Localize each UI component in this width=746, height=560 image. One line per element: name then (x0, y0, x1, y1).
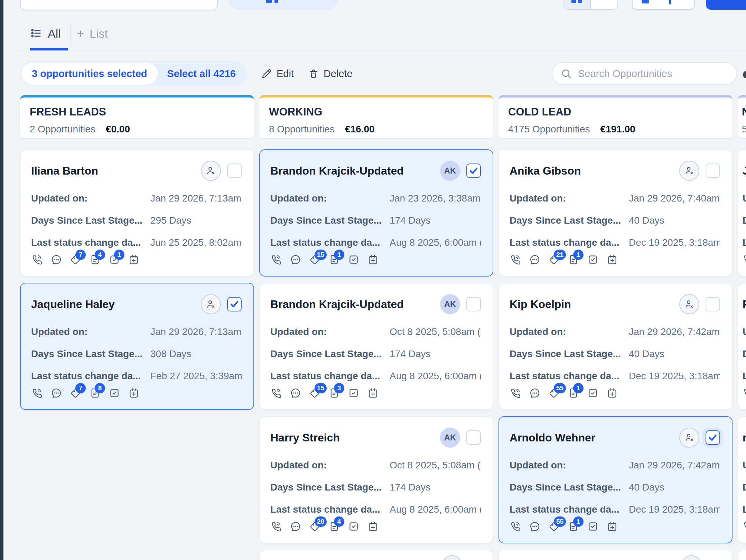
assignee-avatar[interactable]: AK (440, 294, 460, 314)
opportunity-card[interactable]: Kip Koelpin Updated on: Jan 29 2026, 7:4… (498, 283, 733, 410)
field-value: Oct 8 2025, 5:08am (A... (390, 326, 481, 337)
schedule-action[interactable] (367, 521, 379, 532)
tags-action[interactable]: 7 (70, 254, 82, 265)
tags-count-badge: 7 (75, 383, 86, 393)
call-action[interactable] (743, 254, 746, 265)
select-all-link[interactable]: Select all 4216 (158, 68, 245, 80)
assignee-avatar[interactable]: AK (440, 428, 460, 448)
call-action[interactable] (743, 387, 746, 399)
unassigned-avatar-button[interactable] (679, 428, 699, 448)
comment-action[interactable] (529, 387, 541, 399)
opportunity-card[interactable]: Arnoldo Wehner Updated on: Jan 29 2026, … (498, 416, 733, 543)
notes-action[interactable]: 1 (328, 254, 340, 265)
tasks-action[interactable] (587, 254, 599, 265)
schedule-action[interactable] (128, 387, 140, 399)
tasks-action[interactable] (109, 387, 120, 399)
tasks-action[interactable]: 1 (109, 254, 120, 265)
top-search-input-partial[interactable] (20, 0, 218, 10)
opportunity-card[interactable]: Harry Streich AK Updated on: Oct 8 2025,… (259, 416, 493, 543)
unassigned-avatar-button[interactable] (201, 294, 221, 314)
schedule-action[interactable] (606, 521, 618, 532)
tasks-action[interactable] (348, 254, 360, 265)
top-filter-pill-partial[interactable] (228, 0, 338, 10)
tags-action[interactable]: 15 (309, 387, 321, 399)
opportunity-card[interactable]: Jaqueline Haley Updated on: Jan 29 2026,… (20, 283, 254, 410)
view-tabs: All + List (14, 21, 746, 51)
notes-action[interactable]: 8 (89, 387, 101, 399)
notes-action[interactable]: 4 (328, 521, 340, 532)
tasks-action[interactable] (587, 387, 599, 399)
tags-action[interactable]: 20 (309, 521, 321, 532)
opportunity-card[interactable]: Brandon Krajcik-Updated AK Updated on: O… (259, 283, 493, 410)
unassigned-avatar-button[interactable] (679, 161, 699, 181)
primary-action-button-partial[interactable] (706, 0, 746, 10)
schedule-action[interactable] (606, 387, 618, 399)
opportunity-card-peek[interactable] (738, 550, 746, 560)
tab-add-list[interactable]: + List (77, 27, 108, 40)
delete-button[interactable]: Delete (308, 68, 353, 80)
call-action[interactable] (270, 521, 282, 532)
tasks-action[interactable] (348, 521, 360, 532)
card-checkbox[interactable] (227, 164, 242, 178)
schedule-action[interactable] (128, 254, 140, 265)
comment-action[interactable] (50, 254, 62, 265)
edit-button[interactable]: Edit (261, 68, 294, 80)
card-checkbox[interactable] (706, 297, 720, 311)
comment-action[interactable] (529, 521, 541, 532)
opportunity-card[interactable]: Brandon Krajcik-Updated AK Updated on: J… (259, 149, 493, 277)
tags-action[interactable]: 55 (548, 521, 560, 532)
schedule-action[interactable] (367, 387, 379, 399)
tags-count-badge: 55 (554, 516, 566, 527)
call-action[interactable] (31, 387, 43, 399)
comment-action[interactable] (50, 387, 62, 399)
tasks-action[interactable] (587, 521, 599, 532)
card-action-icons (743, 521, 746, 532)
comment-action[interactable] (290, 254, 301, 265)
call-action[interactable] (510, 521, 521, 532)
call-action[interactable] (510, 254, 521, 265)
opportunity-name: Anika Gibson (510, 165, 679, 177)
call-action[interactable] (270, 387, 282, 399)
notes-action[interactable]: 1 (568, 521, 579, 532)
search-opportunities-field[interactable] (552, 62, 737, 85)
schedule-action[interactable] (606, 254, 618, 265)
comment-action[interactable] (529, 254, 541, 265)
schedule-action[interactable] (367, 254, 379, 265)
call-action[interactable] (510, 387, 521, 399)
opportunity-card[interactable]: J Updated on: Days Since Last Stage... L… (738, 149, 746, 277)
tags-action[interactable]: 21 (548, 254, 560, 265)
card-checkbox[interactable] (706, 430, 720, 445)
field-label: Updated on: (743, 460, 746, 471)
tab-all[interactable]: All (30, 27, 61, 40)
comment-action[interactable] (290, 387, 301, 399)
unassigned-avatar-button[interactable] (201, 161, 221, 181)
call-action[interactable] (31, 254, 43, 265)
tags-action[interactable]: 15 (309, 254, 321, 265)
tags-action[interactable]: 55 (548, 387, 560, 399)
opportunity-card[interactable]: Anika Gibson Updated on: Jan 29 2026, 7:… (498, 149, 733, 277)
notes-action[interactable]: 4 (89, 254, 101, 265)
opportunity-card[interactable]: Iliana Barton Updated on: Jan 29 2026, 7… (20, 149, 254, 277)
search-input[interactable] (578, 68, 728, 80)
notes-action[interactable]: 3 (328, 387, 340, 399)
tasks-action[interactable] (348, 387, 360, 399)
opportunity-card[interactable]: n Updated on: Days Since Last Stage... L… (738, 416, 746, 543)
tags-action[interactable]: 7 (70, 387, 82, 399)
opportunity-card-peek[interactable] (498, 550, 733, 560)
notes-action[interactable]: 1 (568, 254, 579, 265)
call-action[interactable] (270, 254, 282, 265)
field-row-status: Last status change da... Dec 19 2025, 3:… (510, 371, 720, 382)
card-checkbox[interactable] (466, 164, 481, 178)
call-action[interactable] (743, 521, 746, 532)
opportunity-card-peek[interactable] (259, 550, 493, 560)
card-checkbox[interactable] (466, 297, 481, 311)
edit-label: Edit (277, 68, 294, 80)
card-checkbox[interactable] (466, 430, 481, 445)
opportunity-card[interactable]: P Updated on: Days Since Last Stage... L… (738, 283, 746, 410)
card-checkbox[interactable] (227, 297, 242, 311)
comment-action[interactable] (290, 521, 301, 532)
assignee-avatar[interactable]: AK (440, 161, 460, 181)
notes-action[interactable]: 1 (568, 387, 579, 399)
card-checkbox[interactable] (706, 164, 720, 178)
unassigned-avatar-button[interactable] (679, 294, 699, 314)
